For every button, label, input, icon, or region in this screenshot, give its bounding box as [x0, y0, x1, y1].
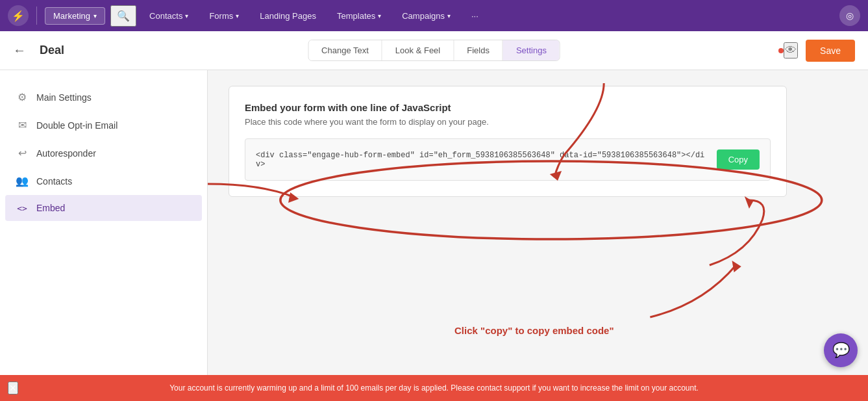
templates-nav-label: Templates [337, 11, 375, 21]
embed-icon: <> [16, 203, 29, 213]
tab-change-text[interactable]: Change Text [308, 40, 382, 60]
templates-menu-button[interactable]: Templates ▾ [329, 8, 389, 24]
back-button[interactable]: ← [13, 43, 26, 58]
contacts-icon: 👥 [16, 175, 29, 187]
sidebar-item-main-settings[interactable]: ⚙ Main Settings [0, 83, 207, 111]
chevron-down-icon: ▾ [378, 12, 381, 19]
gear-icon: ⚙ [16, 91, 29, 103]
svg-marker-3 [745, 196, 753, 209]
tab-change-text-label: Change Text [321, 45, 369, 55]
search-button[interactable]: 🔍 [110, 5, 136, 27]
logo-icon: ⚡ [12, 10, 25, 22]
sidebar-item-main-settings-label: Main Settings [36, 92, 92, 103]
save-label: Save [820, 45, 841, 56]
sidebar-item-double-opt-in-label: Double Opt-in Email [36, 120, 118, 131]
sidebar-item-autoresponder-label: Autoresponder [36, 148, 96, 159]
embed-subtitle: Place this code where you want the form … [245, 117, 771, 127]
sidebar-item-autoresponder[interactable]: ↩ Autoresponder [0, 139, 207, 167]
sidebar-item-double-opt-in[interactable]: ✉ Double Opt-in Email [0, 111, 207, 139]
email-icon: ✉ [16, 119, 29, 131]
top-navigation: ⚡ Marketing ▾ 🔍 Contacts ▾ Forms ▾ Landi… [0, 0, 868, 31]
tab-settings[interactable]: Settings [503, 40, 560, 60]
tab-look-feel[interactable]: Look & Feel [382, 40, 454, 60]
embed-title: Embed your form with one line of JavaScr… [245, 102, 771, 113]
content-area: Embed your form with one line of JavaScr… [208, 70, 868, 375]
chevron-down-icon: ▾ [447, 12, 451, 19]
save-button[interactable]: Save [806, 40, 855, 62]
embed-code-box: <div class="engage-hub-form-embed" id="e… [245, 138, 771, 181]
svg-marker-4 [732, 261, 741, 272]
click-copy-annotation: Click "copy" to copy embed code" [454, 325, 614, 336]
page-title: Deal [40, 44, 64, 57]
tab-group: Change Text Look & Feel Fields Settings [308, 40, 560, 61]
campaigns-menu-button[interactable]: Campaigns ▾ [394, 8, 458, 24]
autoresponder-icon: ↩ [16, 147, 29, 159]
landing-pages-nav-label: Landing Pages [260, 11, 316, 21]
copy-label: Copy [728, 155, 748, 164]
chevron-down-icon: ▾ [185, 12, 188, 19]
chevron-down-icon: ▾ [236, 12, 239, 19]
campaigns-nav-label: Campaigns [402, 11, 445, 21]
avatar[interactable]: ◎ [839, 5, 860, 26]
back-icon: ← [13, 43, 26, 57]
status-dot [778, 48, 784, 53]
embed-card: Embed your form with one line of JavaScr… [229, 86, 787, 197]
tab-fields[interactable]: Fields [454, 40, 503, 60]
embed-code: <div class="engage-hub-form-embed" id="e… [256, 151, 709, 169]
nav-divider [36, 6, 37, 25]
contacts-nav-label: Contacts [149, 11, 182, 21]
contacts-menu-button[interactable]: Contacts ▾ [142, 8, 196, 24]
marketing-label: Marketing [53, 11, 90, 21]
forms-menu-button[interactable]: Forms ▾ [201, 8, 247, 24]
tab-fields-label: Fields [467, 45, 490, 55]
sidebar: ⚙ Main Settings ✉ Double Opt-in Email ↩ … [0, 70, 208, 375]
forms-nav-label: Forms [209, 11, 233, 21]
sidebar-item-contacts[interactable]: 👥 Contacts [0, 167, 207, 195]
chevron-down-icon: ▾ [93, 12, 97, 19]
tab-look-feel-label: Look & Feel [395, 45, 440, 55]
tab-settings-label: Settings [516, 45, 547, 55]
header-bar: ← Deal Change Text Look & Feel Fields Se… [0, 31, 868, 70]
landing-pages-nav-button[interactable]: Landing Pages [252, 8, 324, 24]
chat-widget-button[interactable]: 💬 [824, 333, 858, 367]
sidebar-item-contacts-label: Contacts [36, 176, 72, 187]
more-nav-button[interactable]: ··· [464, 8, 486, 24]
header-divider [36, 43, 37, 58]
logo[interactable]: ⚡ [8, 5, 29, 26]
marketing-menu-button[interactable]: Marketing ▾ [45, 7, 105, 25]
eye-icon: 👁 [785, 44, 797, 57]
chat-icon: 💬 [832, 342, 850, 359]
copy-button[interactable]: Copy [717, 149, 760, 170]
search-icon: 🔍 [117, 10, 130, 21]
main-layout: ⚙ Main Settings ✉ Double Opt-in Email ↩ … [0, 70, 868, 375]
more-nav-label: ··· [471, 11, 478, 21]
sidebar-item-embed-label: Embed [36, 203, 65, 213]
avatar-icon: ◎ [846, 10, 854, 21]
sidebar-item-embed[interactable]: <> Embed [5, 195, 202, 221]
preview-button[interactable]: 👁 [784, 42, 798, 58]
